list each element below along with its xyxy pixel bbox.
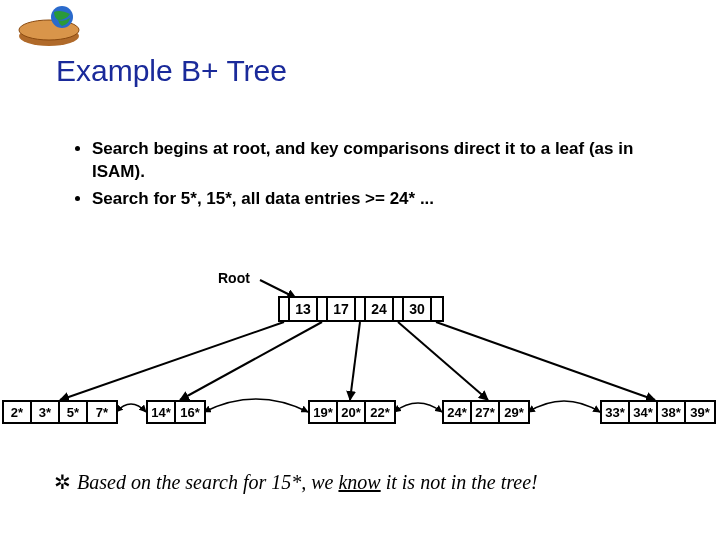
root-key: 13 [290,298,318,320]
footnote: ✲Based on the search for 15*, we know it… [54,470,674,494]
leaf-value: 2* [4,402,32,422]
leaf-value: 27* [472,402,500,422]
leaf-value: 19* [310,402,338,422]
leaf-value: 14* [148,402,176,422]
leaf-value: 34* [630,402,658,422]
leaf-value: 20* [338,402,366,422]
btree-diagram: Root 13 17 24 30 [0,270,720,460]
svg-line-7 [350,322,360,400]
leaf-value: 3* [32,402,60,422]
leaf-node: 14* 16* [146,400,206,424]
leaf-value: 7* [88,402,116,422]
root-key: 17 [328,298,356,320]
leaf-node: 24* 27* 29* [442,400,530,424]
root-ptr [432,298,442,320]
root-ptr [318,298,328,320]
root-ptr [394,298,404,320]
database-globe-logo [14,6,84,50]
slide-title: Example B+ Tree [56,54,287,88]
leaf-value: 22* [366,402,394,422]
footnote-underline: know [338,471,380,493]
footnote-symbol: ✲ [54,471,71,493]
bullet-item: Search begins at root, and key compariso… [92,138,660,184]
root-node: 13 17 24 30 [278,296,444,322]
svg-line-6 [180,322,322,400]
root-key: 24 [366,298,394,320]
root-label: Root [218,270,250,286]
footnote-text: Based on the search for 15*, we [77,471,338,493]
leaf-value: 38* [658,402,686,422]
svg-line-9 [436,322,655,400]
bullet-item: Search for 5*, 15*, all data entries >= … [92,188,660,211]
svg-line-8 [398,322,488,400]
leaf-node: 19* 20* 22* [308,400,396,424]
leaf-node: 33* 34* 38* 39* [600,400,716,424]
leaf-value: 29* [500,402,528,422]
footnote-text: it is not in the tree! [381,471,538,493]
leaf-value: 33* [602,402,630,422]
leaf-value: 5* [60,402,88,422]
leaf-node: 2* 3* 5* 7* [2,400,118,424]
svg-line-5 [60,322,284,400]
leaf-value: 39* [686,402,714,422]
root-ptr [280,298,290,320]
root-key: 30 [404,298,432,320]
leaf-value: 16* [176,402,204,422]
root-ptr [356,298,366,320]
leaf-value: 24* [444,402,472,422]
bullet-list: Search begins at root, and key compariso… [70,138,660,215]
